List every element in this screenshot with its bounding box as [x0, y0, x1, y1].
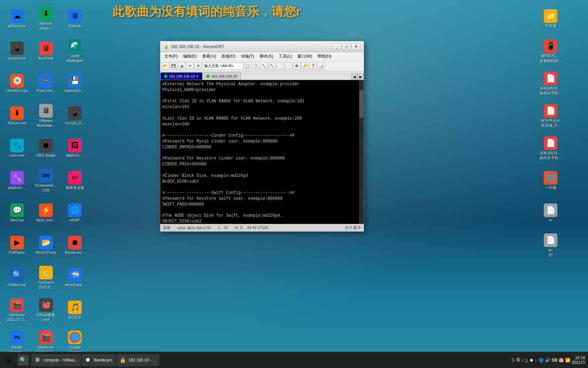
taskbar-bandicam[interactable]: ⏺ Bandicam — [82, 354, 115, 366]
icon-qqmusic[interactable]: 🎵 QQ音乐 — [61, 295, 88, 325]
icon-potplayer[interactable]: ▶ PotPlayer — [3, 230, 31, 261]
tray-music-icon[interactable]: ♪ — [522, 358, 524, 363]
toolbar-btn-13[interactable]: ❓ — [309, 62, 317, 70]
icon-todesk[interactable]: 🖥 ToDesk — [61, 3, 88, 34]
vmware-label: VMwareWorkstati... — [37, 119, 55, 127]
icon-faq1[interactable]: 📄 [FAQ0516...如何从手机... — [537, 68, 564, 99]
tab-close-1[interactable]: ✕ — [196, 74, 199, 78]
close-button[interactable]: ✕ — [352, 43, 360, 50]
icon-ultralso[interactable]: 💿 UltralSO.exe — [3, 68, 31, 99]
taskbar-clock[interactable]: 16:16 2021/7/ — [572, 355, 585, 365]
icon-dreamweaver[interactable]: DW Dreamwee...CS6 — [32, 165, 60, 196]
wireshark-icon: 🦈 — [68, 268, 82, 282]
tray-notification-icon[interactable]: △ — [525, 358, 528, 363]
icon-scrcpy[interactable]: 📱 scrcpy.exe — [3, 36, 31, 66]
maximize-button[interactable]: □ — [342, 43, 351, 50]
toolbar-btn-8[interactable]: 🔧 — [268, 62, 276, 70]
toolbar-btn-14[interactable]: 📊 — [317, 62, 325, 70]
toolbar-btn-7[interactable]: 🔧 — [260, 62, 268, 70]
toolbar-btn-10[interactable]: 📄 — [285, 62, 292, 70]
tray-calendar-icon[interactable]: 📅 — [559, 358, 564, 363]
scrollbar-thumb[interactable] — [359, 90, 363, 118]
menu-help[interactable]: 帮助(H) — [315, 53, 334, 60]
icon-vmware[interactable]: 🖥 VMwareWorkstati... — [32, 101, 60, 131]
icon-ensp[interactable]: 🌐 eNSP — [61, 198, 88, 228]
minimize-button[interactable]: _ — [332, 43, 341, 50]
tray-speaker-icon[interactable]: 🔊 — [545, 358, 550, 363]
tab-nav-left[interactable]: ◀ — [352, 74, 358, 80]
tab-nav-right[interactable]: ▶ — [358, 74, 364, 80]
menu-edit[interactable]: 编辑(E) — [180, 53, 199, 60]
menu-script[interactable]: 脚本(S) — [257, 53, 276, 60]
icon-jianying[interactable]: ✂ 剪映专业版 — [61, 165, 88, 196]
tray-sogou-icon[interactable]: S — [511, 357, 514, 363]
start-button[interactable]: ⊞ — [0, 352, 16, 368]
menu-view[interactable]: 查看(V) — [199, 53, 218, 60]
tray-wifi-icon[interactable]: 📶 — [565, 358, 570, 363]
icon-github[interactable]: 🐙 Github修复cmd — [32, 295, 60, 325]
lively-wallpaper-label: LivelyWallpaper — [66, 54, 83, 63]
icon-xdown[interactable]: ⬇ XDown.exe — [3, 101, 31, 131]
toolbar-btn-2[interactable]: 💾 — [170, 62, 177, 70]
toolbar-btn-12[interactable]: 🔑 — [301, 62, 309, 70]
icon-waifu2x[interactable]: 🖼 Waifu2x-... — [61, 133, 88, 164]
search-icon[interactable]: 🔍 — [18, 355, 29, 366]
menu-tools[interactable]: 工具(L) — [276, 53, 295, 60]
tray-input-icon[interactable]: 英 — [516, 357, 520, 363]
toolbar-btn-11[interactable]: ⚙ — [293, 62, 300, 70]
tab-192-168-100-20[interactable]: 192.168.100.20 — [202, 72, 241, 80]
icon-buchangyong[interactable]: 📁 不常用 — [537, 3, 564, 34]
scrollbar-vertical[interactable] — [359, 80, 364, 224]
tab-192-168-100-10[interactable]: 192.168.100.10 ✕ — [160, 72, 202, 80]
icon-yiniuwang[interactable]: 🌐 一牛网 — [537, 165, 564, 196]
icon-wireshark[interactable]: 🦈 Wireshark... — [61, 262, 88, 293]
menu-window[interactable]: 窗口(W) — [295, 53, 315, 60]
icon-coon[interactable]: 🐾 coon.exe — [3, 133, 31, 164]
icon-faq2[interactable]: 📄 [FAQ0516...如何从手机... — [537, 133, 564, 164]
icon-balenaetcher[interactable]: 💾 balenaEtc... — [61, 68, 88, 99]
taskbar-search[interactable]: 🔍 — [16, 355, 30, 366]
icon-right-lin[interactable]: 📄 lin20 — [537, 230, 564, 261]
icon-mt6575[interactable]: 📱 MT6575-...必备刷机软... — [537, 36, 564, 66]
icon-lively-wallpaper[interactable]: 🌊 LivelyWallpaper — [61, 36, 88, 66]
icon-bandicam1[interactable]: ⏺ Bandicam... — [61, 230, 88, 261]
toolbar-btn-5[interactable]: 📋 — [244, 62, 251, 70]
tray-network-icon[interactable]: 🌐 — [539, 358, 544, 363]
icon-internet-download[interactable]: ⬇ InternetDown... — [32, 3, 60, 34]
tray-keyboard-icon[interactable]: ⌨ — [552, 358, 557, 363]
icon-pycharm[interactable]: 🐍 PyCharm2020.3... — [32, 262, 60, 293]
menu-file[interactable]: 文件(F) — [162, 53, 180, 60]
toolbar-btn-6[interactable]: 📋 — [252, 62, 260, 70]
taskbar-securecrt[interactable]: 🔒 192.100.10 - ... — [116, 354, 159, 366]
taskbar-vmware[interactable]: 🖥 compute - VMwa... — [31, 354, 81, 366]
tray-record-icon[interactable]: ⏺ — [529, 358, 534, 363]
icon-flash-tool[interactable]: ⚡ flash_tool... — [32, 198, 60, 228]
toolbar-btn-9[interactable]: 📄 — [277, 62, 284, 70]
icon-scrcpyg[interactable]: 📱 Scrcpy_G... — [61, 101, 88, 131]
icon-bandicam2[interactable]: 🎬 bandicam2021-07-2... — [3, 295, 31, 325]
terminal-container: #External Network The Physical Adapter. … — [160, 80, 364, 224]
flash-tool-icon: ⚡ — [39, 203, 53, 217]
icon-fiddler[interactable]: 🔍 Fiddler.exe — [3, 262, 31, 293]
menu-options[interactable]: 选项(O) — [218, 53, 238, 60]
taskbar-bandicam-icon: ⏺ — [85, 357, 92, 364]
freecontrol-label: FreeCont... — [36, 89, 55, 93]
icon-adrive[interactable]: ☁ aDrive.exe — [3, 3, 31, 34]
icon-right-m[interactable]: 📄 m — [537, 198, 564, 228]
icon-winscp[interactable]: 📂 WinSCP.exe — [32, 230, 60, 261]
icon-obs[interactable]: ⏺ OBS Studio — [32, 133, 60, 164]
toolbar-btn-cut[interactable]: ✂ — [186, 62, 194, 70]
toolbar-btn-x[interactable]: ✕ — [194, 62, 202, 70]
icon-anydesk[interactable]: 🖥 AnyDesk — [32, 36, 60, 66]
terminal-area[interactable]: #External Network The Physical Adapter. … — [160, 80, 364, 224]
taskbar-securecrt-label: 192.100.10 - ... — [128, 358, 156, 363]
icon-mtk[interactable]: 📄 MTK平台分区回读_ff... — [537, 101, 564, 131]
host-input[interactable] — [202, 63, 243, 70]
toolbar-btn-3[interactable]: 🖨 — [178, 62, 185, 70]
icon-wechat[interactable]: 💬 WeChat — [3, 198, 31, 228]
tray-record-dot[interactable]: ● — [535, 358, 537, 363]
toolbar-btn-1[interactable]: 📂 — [162, 62, 169, 70]
menu-transfer[interactable]: 传输(T) — [238, 53, 257, 60]
icon-platform[interactable]: 🔧 platform-... — [3, 165, 31, 196]
icon-freecontrol[interactable]: 🎮 FreeCont... — [32, 68, 60, 99]
